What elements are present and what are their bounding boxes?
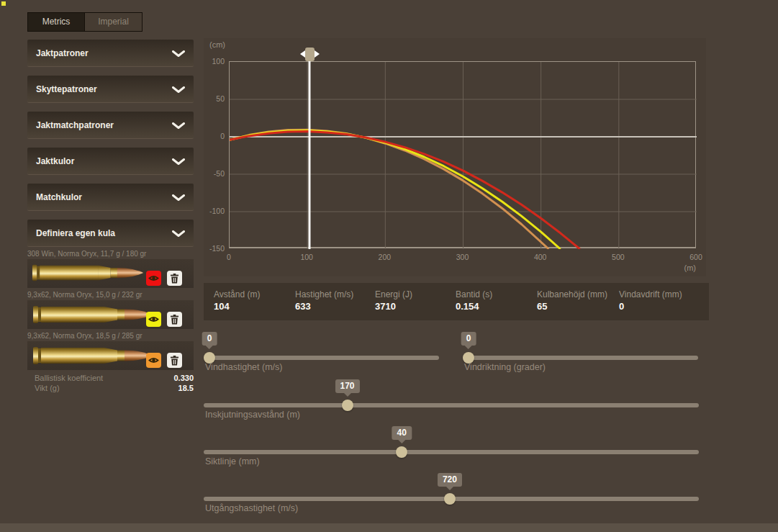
slider-muzzle-velocity: 720 Utgångshastighet (m/s) bbox=[204, 473, 699, 516]
cartridge-row bbox=[27, 341, 194, 370]
trash-icon bbox=[170, 315, 179, 325]
chevron-down-icon bbox=[172, 158, 185, 165]
x-axis-tick-label: 600 bbox=[684, 253, 708, 261]
y-axis-tick-label: 100 bbox=[204, 57, 225, 66]
chevron-down-icon bbox=[172, 122, 185, 129]
slider-value-badge: 0 bbox=[202, 332, 217, 346]
chevron-down-icon bbox=[172, 230, 185, 237]
slider-track[interactable] bbox=[204, 403, 699, 407]
tab-imperial[interactable]: Imperial bbox=[85, 12, 143, 32]
trajectory-line bbox=[230, 130, 561, 249]
readout-velocity: Hastighet (m/s)633 bbox=[295, 289, 375, 320]
y-axis-tick-label: 0 bbox=[204, 132, 225, 140]
x-axis-tick-label: 300 bbox=[451, 253, 475, 261]
chevron-down-icon bbox=[172, 194, 185, 201]
readout-time: Bantid (s)0.154 bbox=[456, 289, 537, 320]
slider-value-badge: 170 bbox=[335, 379, 360, 393]
cartridge-label: 9,3x62, Norma Oryx, 15,0 g / 232 gr bbox=[27, 291, 194, 299]
eye-icon bbox=[148, 356, 159, 364]
cartridge-image bbox=[32, 343, 155, 369]
bullet-details: Ballistisk koefficient 0.330 Vikt (g) 18… bbox=[27, 373, 194, 393]
slider-wind-direction: 0 Vindriktning (grader) bbox=[463, 332, 698, 375]
slider-label: Utgångshastighet (m/s) bbox=[205, 503, 298, 513]
accordion-label: Jaktkulor bbox=[36, 156, 74, 166]
slider-track[interactable] bbox=[204, 450, 699, 454]
detail-label: Vikt (g) bbox=[35, 384, 60, 392]
x-axis-tick-label: 100 bbox=[294, 253, 319, 261]
delete-button[interactable] bbox=[167, 353, 182, 368]
distance-marker-handle[interactable] bbox=[305, 48, 315, 61]
accordion-label: Definiera egen kula bbox=[36, 228, 115, 238]
distance-marker[interactable] bbox=[304, 48, 316, 249]
delete-button[interactable] bbox=[167, 312, 182, 327]
detail-label: Ballistisk koefficient bbox=[35, 374, 103, 382]
slider-wind-speed: 0 Vindhastighet (m/s) bbox=[204, 332, 439, 375]
delete-button[interactable] bbox=[167, 271, 182, 286]
sidebar-item-matchkulor[interactable]: Matchkulor bbox=[27, 184, 194, 211]
readout-trajectory-height: Kulbanehöjd (mm)65 bbox=[537, 289, 619, 320]
cartridge-row bbox=[27, 259, 194, 288]
slider-label: Vindhastighet (m/s) bbox=[205, 362, 282, 372]
plot-svg bbox=[230, 62, 697, 249]
cartridge-label: 9,3x62, Norma Oryx, 18,5 g / 285 gr bbox=[27, 332, 194, 340]
sidebar-item-jaktpatroner[interactable]: Jaktpatroner bbox=[27, 40, 194, 67]
slider-value-badge: 0 bbox=[461, 332, 476, 346]
app-root: { "units_toggle": { "metrics": "Metrics"… bbox=[0, 0, 778, 532]
sidebar-item-skyttepatroner[interactable]: Skyttepatroner bbox=[27, 76, 194, 103]
plot-area bbox=[229, 61, 696, 248]
cartridge-label: 308 Win, Norma Oryx, 11,7 g / 180 gr bbox=[27, 250, 194, 258]
y-axis-tick-label: 50 bbox=[204, 94, 225, 103]
slider-sight-line: 40 Siktlinje (mm) bbox=[204, 426, 699, 469]
slider-value-badge: 720 bbox=[438, 473, 462, 487]
accordion-label: Matchkulor bbox=[36, 192, 82, 202]
trash-icon bbox=[170, 274, 179, 284]
slider-track[interactable] bbox=[463, 356, 698, 360]
slider-zero-distance: 170 Inskjutningsavstånd (m) bbox=[204, 379, 699, 423]
y-axis-tick-label: -150 bbox=[204, 244, 225, 253]
cartridge-row bbox=[27, 300, 194, 329]
readout-wind-drift: Vindavdrift (mm)0 bbox=[619, 289, 698, 320]
slider-label: Vindriktning (grader) bbox=[464, 362, 546, 372]
x-axis-unit: (m) bbox=[684, 263, 697, 272]
readout-energy: Energi (J)3710 bbox=[375, 289, 456, 320]
cartridge-image bbox=[32, 302, 155, 328]
slider-value-badge: 40 bbox=[392, 426, 412, 440]
trash-icon bbox=[170, 356, 179, 366]
slider-handle[interactable] bbox=[444, 493, 456, 505]
x-axis-tick-label: 200 bbox=[372, 253, 397, 261]
units-toggle: Metrics Imperial bbox=[27, 12, 143, 32]
visibility-toggle-button[interactable] bbox=[146, 353, 161, 368]
y-axis-tick-label: -100 bbox=[204, 207, 225, 215]
x-axis-tick-label: 0 bbox=[217, 253, 241, 261]
readout-panel: Avstånd (m)104 Hastighet (m/s)633 Energi… bbox=[204, 283, 709, 320]
distance-marker-line bbox=[309, 55, 311, 249]
tab-metrics[interactable]: Metrics bbox=[27, 12, 85, 32]
detail-value: 18.5 bbox=[178, 384, 194, 392]
detail-value: 0.330 bbox=[173, 374, 194, 382]
visibility-toggle-button[interactable] bbox=[146, 312, 161, 327]
trajectory-chart: (cm) (m) 0100200300400500600100500-50-10… bbox=[204, 38, 706, 276]
y-axis-tick-label: -50 bbox=[204, 169, 225, 178]
accordion-label: Skyttepatroner bbox=[36, 84, 97, 94]
corner-artifact bbox=[1, 1, 6, 6]
visibility-toggle-button[interactable] bbox=[146, 271, 161, 286]
x-axis-tick-label: 500 bbox=[606, 253, 630, 261]
readout-distance: Avstånd (m)104 bbox=[214, 289, 295, 320]
slider-label: Inskjutningsavstånd (m) bbox=[205, 410, 300, 420]
eye-icon bbox=[148, 315, 159, 323]
chevron-down-icon bbox=[172, 86, 185, 93]
slider-label: Siktlinje (mm) bbox=[205, 456, 260, 466]
accordion-label: Jaktmatchpatroner bbox=[36, 120, 114, 130]
slider-track[interactable] bbox=[204, 356, 439, 360]
trajectory-line bbox=[230, 130, 549, 249]
cartridge-image bbox=[32, 261, 145, 285]
sidebar-item-jaktkulor[interactable]: Jaktkulor bbox=[27, 148, 194, 175]
slider-handle[interactable] bbox=[396, 446, 407, 458]
slider-handle[interactable] bbox=[342, 400, 353, 411]
sidebar-item-jaktmatchpatroner[interactable]: Jaktmatchpatroner bbox=[27, 112, 194, 139]
x-axis-tick-label: 400 bbox=[528, 253, 553, 261]
sidebar-item-definiera-egen-kula[interactable]: Definiera egen kula bbox=[27, 220, 194, 247]
y-axis-unit: (cm) bbox=[209, 40, 225, 49]
accordion-label: Jaktpatroner bbox=[36, 48, 89, 58]
eye-icon bbox=[148, 274, 159, 282]
